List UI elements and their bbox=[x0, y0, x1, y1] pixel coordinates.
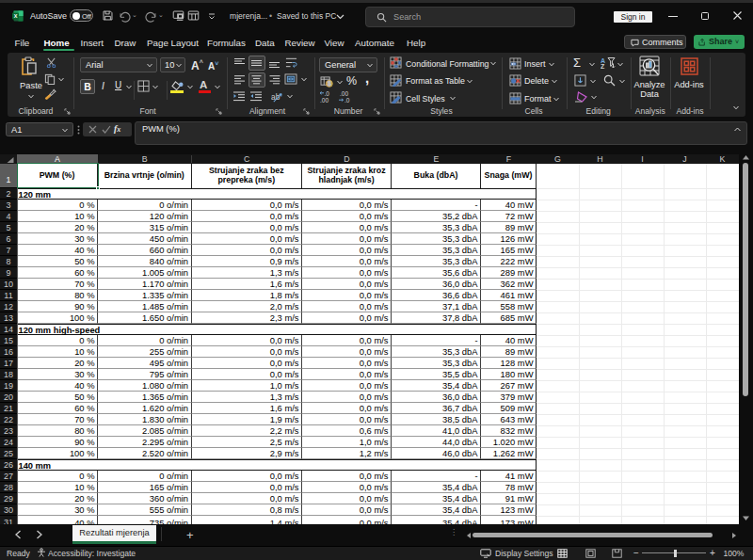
svg-text:.0: .0 bbox=[344, 97, 350, 103]
svg-text:Z: Z bbox=[601, 63, 605, 69]
svg-text:.00: .00 bbox=[320, 97, 328, 103]
svg-text:$: $ bbox=[328, 80, 331, 87]
svg-text:.0: .0 bbox=[325, 90, 330, 97]
svg-text:.00: .00 bbox=[340, 90, 348, 97]
svg-text:X: X bbox=[14, 13, 18, 19]
